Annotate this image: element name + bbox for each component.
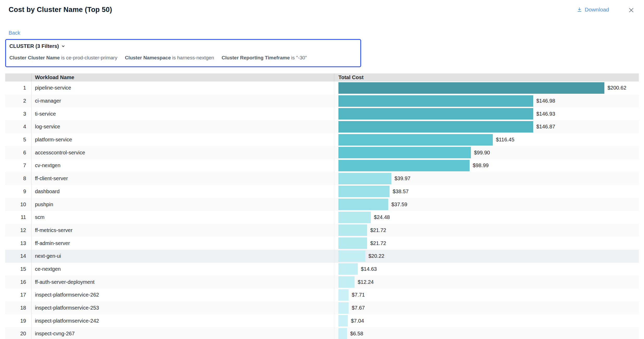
cost-bar [338,121,533,133]
close-button[interactable] [628,6,637,13]
row-cost-label: $99.90 [474,150,490,156]
cost-bar [338,186,390,197]
cost-bar [338,263,358,275]
row-rank: 1 [5,81,31,95]
table-row[interactable]: 10 pushpin $37.59 [5,198,639,211]
row-cost-label: $98.99 [473,162,489,168]
row-rank: 11 [5,211,31,224]
table-row[interactable]: 13 ff-admin-server $21.72 [5,237,639,250]
filter-list: Cluster Cluster Name is ce-prod-cluster-… [9,55,356,61]
row-cost-label: $7.04 [351,318,364,324]
cost-bar [338,134,493,146]
table-row[interactable]: 1 pipeline-service $200.62 [5,81,639,95]
page-title: Cost by Cluster Name (Top 50) [9,6,112,14]
row-workload-name: scm [31,211,334,224]
row-workload-name: inspect-platformservice-242 [31,314,334,327]
table-row[interactable]: 12 ff-metrics-server $21.72 [5,224,639,237]
row-rank: 9 [5,185,31,198]
row-cost-label: $12.24 [358,279,374,285]
table-row[interactable]: 16 ff-auth-server-deployment $12.24 [5,275,639,288]
back-link[interactable]: Back [9,30,20,36]
row-workload-name: cv-nextgen [31,159,334,172]
table-row[interactable]: 15 ce-nextgen $14.63 [5,263,639,276]
row-rank: 19 [5,314,31,327]
table-row[interactable]: 3 ti-service $146.93 [5,107,639,120]
table-row[interactable]: 2 ci-manager $146.98 [5,95,639,108]
table-row[interactable]: 4 log-service $146.87 [5,120,639,133]
table-row[interactable]: 17 inspect-platformservice-262 $7.71 [5,288,639,302]
row-cost-label: $6.58 [350,331,363,337]
download-icon [577,7,582,12]
table-row[interactable]: 11 scm $24.48 [5,211,639,224]
row-workload-name: ce-nextgen [31,263,334,276]
filter-group-label: CLUSTER (3 Filters) [9,43,59,49]
row-rank: 13 [5,237,31,250]
table-row[interactable]: 19 inspect-platformservice-242 $7.04 [5,314,639,327]
row-rank: 5 [5,133,31,146]
header-workload: Workload Name [31,73,334,81]
cost-bar [338,108,533,120]
row-rank: 8 [5,172,31,185]
row-cost-label: $37.59 [391,202,407,208]
table-header: Workload Name Total Cost [5,73,639,81]
table-row[interactable]: 7 cv-nextgen $98.99 [5,159,639,172]
dialog-header: Cost by Cluster Name (Top 50) Download [0,0,644,14]
cost-bar [338,160,470,171]
row-cost-label: $146.87 [536,124,555,130]
row-workload-name: log-service [31,120,334,133]
row-rank: 6 [5,146,31,159]
row-workload-name: pushpin [31,198,334,211]
row-rank: 7 [5,159,31,172]
filter-item: Cluster Reporting Timeframe is "-30" [222,55,307,61]
table-row[interactable]: 8 ff-client-server $39.97 [5,172,639,185]
cost-bar [338,147,471,158]
row-workload-name: ff-metrics-server [31,224,334,237]
filter-condition: is "-30" [290,55,307,60]
table-row[interactable]: 14 next-gen-ui $20.22 [5,250,639,263]
filter-field: Cluster Cluster Name [9,55,60,60]
filter-panel: CLUSTER (3 Filters) Cluster Cluster Name… [5,39,361,67]
close-icon [628,9,634,14]
cost-bar [338,289,349,301]
row-cost-label: $21.72 [370,240,386,246]
table-row[interactable]: 9 dashboard $38.57 [5,185,639,198]
cost-bar [338,224,367,236]
table-row[interactable]: 20 inspect-cvng-267 $6.58 [5,327,639,339]
table-row[interactable]: 6 accesscontrol-service $99.90 [5,146,639,159]
filter-item: Cluster Cluster Name is ce-prod-cluster-… [9,55,117,61]
row-cost-label: $24.48 [374,214,390,220]
row-cost-label: $38.57 [393,189,409,194]
cost-bar [338,82,604,94]
row-workload-name: pipeline-service [31,81,334,95]
row-rank: 15 [5,263,31,276]
filter-item: Cluster Namespace is harness-nextgen [125,55,214,61]
row-rank: 10 [5,198,31,211]
cost-bar [338,95,533,107]
row-cost-label: $21.72 [370,227,386,233]
filter-field: Cluster Reporting Timeframe [222,55,290,60]
row-workload-name: ff-client-server [31,172,334,185]
row-workload-name: inspect-cvng-267 [31,327,334,339]
row-workload-name: ci-manager [31,95,334,108]
row-workload-name: next-gen-ui [31,250,334,263]
row-cost-label: $20.22 [368,253,384,259]
row-cost-label: $200.62 [607,85,626,91]
row-rank: 14 [5,250,31,263]
row-cost-label: $146.93 [536,111,555,117]
table-row[interactable]: 5 platform-service $116.45 [5,133,639,146]
table-row[interactable]: 18 inspect-platformservice-253 $7.67 [5,302,639,315]
chevron-down-icon [61,44,65,48]
download-button[interactable]: Download [577,7,609,13]
cost-bar [338,328,347,339]
row-workload-name: ti-service [31,107,334,120]
row-workload-name: inspect-platformservice-253 [31,302,334,315]
filter-group-toggle[interactable]: CLUSTER (3 Filters) [9,43,65,49]
cost-bar [338,315,348,327]
cost-bar [338,237,367,249]
row-workload-name: ff-auth-server-deployment [31,275,334,288]
cost-bar [338,302,349,314]
cost-bar [338,250,365,262]
row-rank: 17 [5,288,31,302]
row-rank: 12 [5,224,31,237]
row-cost-label: $14.63 [361,266,377,272]
